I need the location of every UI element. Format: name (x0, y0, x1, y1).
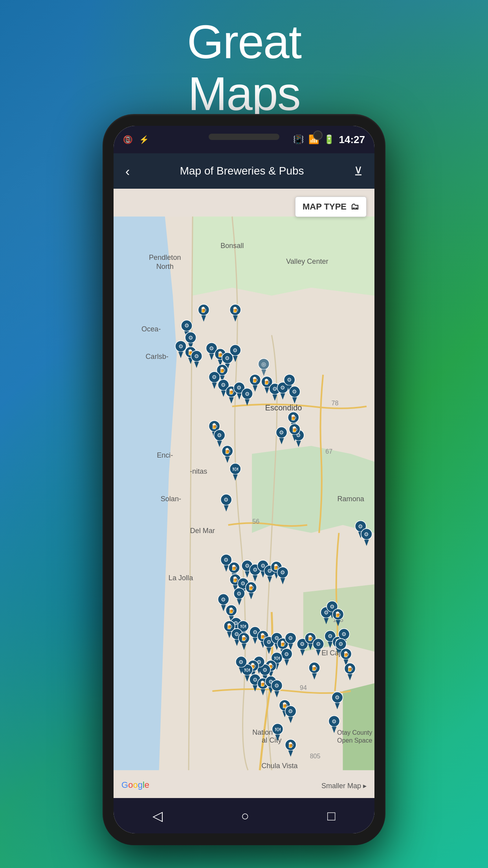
svg-text:⚙: ⚙ (332, 718, 337, 725)
svg-text:La Jolla: La Jolla (169, 574, 193, 582)
svg-text:🍺: 🍺 (231, 564, 238, 571)
svg-text:🍽: 🍽 (244, 667, 250, 673)
nav-back-button[interactable]: ◁ (152, 808, 163, 824)
svg-text:94: 94 (300, 684, 307, 691)
vibrate-icon: 📳 (293, 134, 304, 145)
hero-line1: Great (0, 16, 488, 68)
svg-text:⚙: ⚙ (358, 523, 363, 530)
svg-text:🍺: 🍺 (251, 376, 259, 383)
back-button[interactable]: ‹ (121, 160, 134, 183)
svg-text:⚙: ⚙ (237, 590, 242, 597)
svg-text:North: North (156, 263, 174, 270)
svg-text:⚙: ⚙ (262, 667, 268, 673)
svg-text:🍺: 🍺 (307, 634, 314, 642)
svg-text:🍽: 🍽 (274, 655, 280, 661)
hero-line2: Maps (0, 68, 488, 120)
svg-text:🍺: 🍺 (219, 366, 226, 373)
svg-text:⚙: ⚙ (272, 386, 277, 392)
svg-text:⚙: ⚙ (238, 659, 244, 665)
phone-screen: 📵 ⚡ 📳 📶 🔋 14:27 ‹ Map of Breweries & Pub… (114, 126, 374, 833)
svg-text:⚙: ⚙ (288, 708, 293, 714)
svg-text:⚙: ⚙ (184, 322, 189, 329)
svg-text:🍺: 🍺 (232, 306, 239, 313)
status-icons-right: 📳 📶 🔋 14:27 (293, 134, 365, 146)
svg-text:⚙: ⚙ (253, 566, 258, 573)
svg-text:⚙: ⚙ (253, 629, 258, 635)
svg-text:56: 56 (252, 518, 259, 525)
svg-text:🍽: 🍽 (275, 726, 281, 732)
svg-text:⚙: ⚙ (237, 384, 242, 391)
svg-text:⚙: ⚙ (338, 641, 343, 647)
svg-text:⚙: ⚙ (280, 384, 285, 391)
svg-text:⚙: ⚙ (221, 596, 226, 603)
svg-text:🍺: 🍺 (311, 664, 318, 671)
svg-text:⚙: ⚙ (217, 432, 222, 438)
svg-text:⚙: ⚙ (364, 531, 369, 537)
svg-text:⚙: ⚙ (178, 343, 183, 349)
svg-text:Otay County: Otay County (337, 729, 372, 736)
svg-text:⚙: ⚙ (188, 335, 193, 341)
svg-text:Escondido: Escondido (265, 403, 302, 412)
svg-text:🍺: 🍺 (211, 423, 218, 430)
svg-text:🍺: 🍺 (248, 584, 255, 591)
hero-text: Great Maps (0, 16, 488, 120)
svg-text:⚙: ⚙ (224, 557, 229, 563)
app-title: Map of Breweries & Pubs (134, 165, 350, 177)
svg-text:🍺: 🍺 (263, 378, 270, 385)
google-logo: Google (121, 780, 149, 790)
svg-text:🍺: 🍺 (200, 306, 207, 313)
phone-device: 📵 ⚡ 📳 📶 🔋 14:27 ‹ Map of Breweries & Pub… (103, 114, 385, 845)
svg-text:⚙: ⚙ (245, 391, 250, 397)
app-bar: ‹ Map of Breweries & Pubs ⊻ (114, 153, 374, 189)
status-icons-left: 📵 ⚡ (123, 135, 149, 144)
svg-text:805: 805 (310, 752, 321, 760)
svg-text:🍽: 🍽 (233, 466, 238, 472)
svg-text:-nitas: -nitas (190, 467, 207, 475)
svg-text:🍺: 🍺 (343, 650, 350, 657)
svg-text:⚙: ⚙ (300, 641, 305, 647)
nav-recents-button[interactable]: □ (327, 808, 336, 824)
svg-text:◎: ◎ (261, 361, 266, 367)
svg-text:⚙: ⚙ (209, 345, 214, 351)
svg-text:🍺: 🍺 (228, 607, 235, 614)
map-type-button[interactable]: MAP TYPE 🗂 (295, 197, 367, 217)
svg-text:⚙: ⚙ (288, 635, 293, 641)
svg-text:Bonsall: Bonsall (220, 242, 244, 250)
svg-text:⚙: ⚙ (330, 603, 335, 610)
map-type-icon: 🗂 (350, 202, 359, 212)
svg-text:⚙: ⚙ (225, 355, 230, 361)
svg-text:⚙: ⚙ (287, 377, 292, 383)
svg-text:Ramona: Ramona (337, 495, 364, 503)
battery-icon: 🔋 (324, 134, 334, 145)
svg-text:67: 67 (325, 448, 332, 455)
svg-text:🍺: 🍺 (240, 634, 248, 642)
status-time: 14:27 (339, 134, 365, 146)
phone-camera (313, 131, 323, 140)
svg-text:⚙: ⚙ (240, 580, 246, 587)
nav-home-button[interactable]: ○ (241, 808, 249, 824)
svg-text:Solan-: Solan- (161, 495, 181, 503)
svg-text:⚙: ⚙ (335, 694, 340, 701)
svg-text:⚙: ⚙ (284, 651, 289, 657)
svg-text:⚙: ⚙ (253, 677, 258, 683)
map-area[interactable]: Pendleton North Bonsall Valley Center Oc… (114, 189, 374, 798)
svg-text:🍺: 🍺 (347, 665, 354, 672)
smaller-map-label[interactable]: Smaller Map ▸ (321, 782, 367, 790)
svg-text:Open Space: Open Space (337, 737, 372, 744)
filter-button[interactable]: ⊻ (350, 160, 367, 182)
svg-text:Carlsb-: Carlsb- (146, 353, 169, 360)
svg-text:🍺: 🍺 (291, 426, 298, 433)
svg-text:🍺: 🍺 (287, 741, 294, 748)
svg-text:🍺: 🍺 (224, 447, 231, 454)
svg-text:Pendleton: Pendleton (149, 254, 181, 261)
svg-text:Chula Vista: Chula Vista (261, 762, 298, 770)
svg-text:Del Mar: Del Mar (190, 527, 215, 535)
nav-bar: ◁ ○ □ (114, 798, 374, 833)
svg-text:⚙: ⚙ (328, 633, 333, 639)
svg-text:⚙: ⚙ (245, 563, 250, 569)
map-type-label: MAP TYPE (303, 202, 347, 212)
svg-text:🍺: 🍺 (290, 414, 297, 421)
svg-text:⚙: ⚙ (212, 374, 217, 380)
no-sim-icon: 📵 (123, 135, 133, 144)
svg-text:⚙: ⚙ (194, 353, 199, 359)
